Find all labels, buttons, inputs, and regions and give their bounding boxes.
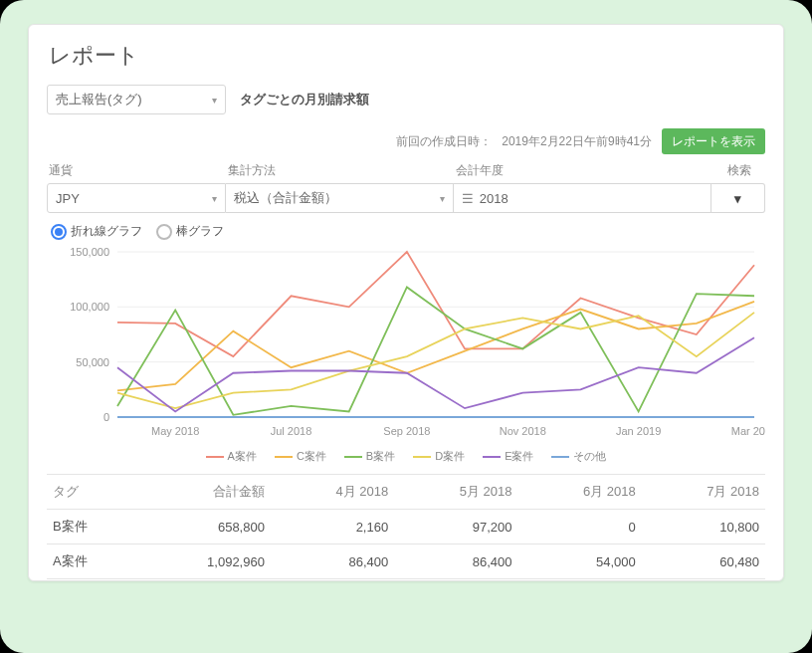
last-generated-label: 前回の作成日時： [396,133,492,150]
filter-button[interactable]: ▾ [711,183,765,213]
svg-text:Sep 2018: Sep 2018 [383,425,430,437]
currency-label: 通貨 [47,162,226,179]
chart-legend: A案件 C案件 B案件 D案件 E案件 その他 [47,449,765,464]
svg-text:0: 0 [103,411,109,423]
svg-text:May 2018: May 2018 [151,425,199,437]
summary-table: タグ 合計金額 4月 2018 5月 2018 6月 2018 7月 2018 … [47,474,765,581]
table-header-row: タグ 合計金額 4月 2018 5月 2018 6月 2018 7月 2018 [47,475,765,510]
svg-text:Mar 2019: Mar 2019 [731,425,765,437]
bar-chart-radio[interactable]: 棒グラフ [156,223,224,240]
currency-select[interactable]: JPY ▾ [47,183,226,213]
page-title: レポート [49,41,765,71]
legend-item-d: D案件 [413,449,465,464]
aggregate-select[interactable]: 税込（合計金額） ▾ [226,183,454,213]
legend-item-other: その他 [551,449,606,464]
chevron-down-icon: ▾ [440,193,445,204]
report-type-value: 売上報告(タグ) [56,91,142,109]
svg-text:100,000: 100,000 [70,301,109,313]
legend-item-b: B案件 [344,449,395,464]
svg-text:50,000: 50,000 [76,356,109,368]
fiscal-label: 会計年度 [454,162,711,179]
chevron-down-icon: ▾ [212,193,217,204]
search-label: 検索 [711,162,765,179]
report-type-select[interactable]: 売上報告(タグ) ▾ [47,85,226,114]
legend-item-e: E案件 [483,449,533,464]
report-panel: レポート 売上報告(タグ) ▾ タグごとの月別請求額 前回の作成日時： 2019… [28,24,784,581]
filter-bar: 通貨 JPY ▾ 集計方法 税込（合計金額） ▾ 会計年度 ☰ 2018 [47,162,765,213]
legend-item-a: A案件 [206,449,257,464]
fiscal-year-select[interactable]: ☰ 2018 [454,183,711,213]
chevron-down-icon: ▾ [212,95,217,106]
svg-text:Nov 2018: Nov 2018 [500,425,546,437]
svg-text:Jan 2019: Jan 2019 [616,425,661,437]
report-subtitle: タグごとの月別請求額 [240,91,369,109]
line-chart-radio[interactable]: 折れ線グラフ [51,223,142,240]
table-row: C案件756,00023,7604,32088,560108,000 [47,579,765,582]
table-row: B案件658,8002,16097,200010,800 [47,510,765,544]
filter-icon: ▾ [734,191,741,206]
legend-item-c: C案件 [275,449,326,464]
last-generated-value: 2019年2月22日午前9時41分 [502,133,652,150]
svg-text:Jul 2018: Jul 2018 [271,425,312,437]
show-report-button[interactable]: レポートを表示 [662,128,765,154]
aggregate-label: 集計方法 [226,162,454,179]
chart-type-toggle: 折れ線グラフ 棒グラフ [51,223,765,240]
table-row: A案件1,092,96086,40086,40054,00060,480 [47,544,765,579]
line-chart: 050,000100,000150,000May 2018Jul 2018Sep… [47,242,765,441]
svg-text:150,000: 150,000 [70,246,109,258]
calendar-icon: ☰ [462,191,474,206]
